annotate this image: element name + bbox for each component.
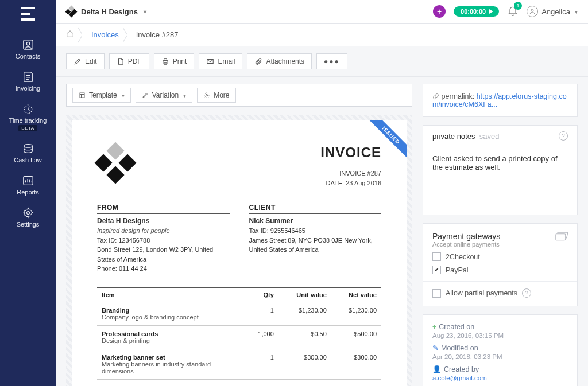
created-by-value[interactable]: a.cole@gmail.com <box>432 375 487 381</box>
notes-textarea[interactable]: Client asked to send a printed copy of t… <box>423 146 578 215</box>
from-heading: FROM <box>97 204 230 214</box>
allow-partial-payments[interactable]: Allow partial payments ? <box>432 288 568 298</box>
docmore-button[interactable]: More <box>197 88 235 103</box>
permalink-label: permalink: <box>441 92 474 100</box>
from-tagline: Inspired design for people <box>97 226 230 236</box>
svg-rect-11 <box>80 93 84 98</box>
org-switcher[interactable]: Delta H Designs ▾ <box>66 6 146 17</box>
sidebar-item-timetracking[interactable]: Time tracking BETA <box>0 98 56 137</box>
svg-rect-8 <box>164 59 167 61</box>
app-logo[interactable] <box>21 7 35 21</box>
print-icon <box>161 57 169 65</box>
permalink-card: permalink: https://app.elorus-staging.co… <box>423 84 578 117</box>
paperclip-icon <box>254 57 262 65</box>
col-item: Item <box>97 287 245 302</box>
gateway-paypal[interactable]: ✔PayPal <box>432 266 568 274</box>
sidebar-item-cashflow[interactable]: Cash flow <box>0 137 56 169</box>
item-net: $500.00 <box>331 325 381 349</box>
gateways-title: Payment gateways <box>432 232 500 241</box>
gear-icon <box>203 92 210 99</box>
pencil-icon <box>74 57 82 65</box>
doc-toolbar: Template▾ Variation▾ More <box>66 84 412 107</box>
cashflow-icon <box>22 143 34 154</box>
item-name: Professional cards <box>102 330 240 337</box>
notifications-button[interactable]: 1 <box>507 5 519 18</box>
svg-rect-4 <box>23 177 32 185</box>
more-button[interactable]: ●●● <box>316 53 347 69</box>
item-net: $300.00 <box>331 349 381 379</box>
pencil-icon: ✎ <box>432 344 439 352</box>
created-by-label: Created by <box>444 365 479 373</box>
invoice-number: INVOICE #287 <box>320 169 381 178</box>
gateway-label: PayPal <box>446 266 469 274</box>
pdf-button[interactable]: PDF <box>109 53 149 69</box>
beta-badge: BETA <box>18 125 37 131</box>
checkbox-icon: ✔ <box>432 266 441 274</box>
client-heading: CLIENT <box>249 204 382 214</box>
document-frame: ISSUED INVOICE INVOICE #287 DATE: 23 Aug… <box>66 115 412 386</box>
org-logo-icon <box>66 6 76 17</box>
reports-icon <box>22 175 34 186</box>
print-button[interactable]: Print <box>154 53 195 69</box>
attachments-button[interactable]: Attachments <box>247 53 312 69</box>
svg-point-12 <box>206 95 208 96</box>
item-name: Branding <box>102 307 240 314</box>
sidebar-label: Invoicing <box>0 85 56 92</box>
add-button[interactable]: + <box>433 5 446 18</box>
contacts-icon <box>22 39 34 50</box>
sidebar-item-reports[interactable]: Reports <box>0 169 56 201</box>
svg-rect-0 <box>23 40 32 49</box>
topbar: Delta H Designs ▾ + 00:00:00 1 Angelica … <box>56 0 588 24</box>
item-net: $1,230.00 <box>331 302 381 325</box>
invoice-document: ISSUED INVOICE INVOICE #287 DATE: 23 Aug… <box>72 120 407 386</box>
template-dropdown[interactable]: Template▾ <box>72 88 131 103</box>
btn-label: Email <box>218 57 235 65</box>
svg-point-3 <box>24 145 32 147</box>
client-address: James Street 89, NYC PO38 0JE New York, … <box>249 236 382 255</box>
breadcrumb-home[interactable] <box>66 30 74 40</box>
clock-icon <box>22 103 34 115</box>
col-net: Net value <box>331 287 381 302</box>
card-swipe-icon <box>555 232 568 243</box>
gateways-subtitle: Accept online payments <box>432 241 500 248</box>
client-tax: Tax ID: 9255546465 <box>249 226 382 236</box>
sidebar-label: Time tracking <box>0 117 56 124</box>
home-icon <box>66 30 74 38</box>
sidebar-item-contacts[interactable]: Contacts <box>0 33 56 65</box>
breadcrumb-invoices[interactable]: Invoices <box>91 30 119 39</box>
item-name: Marketing banner set <box>102 354 240 361</box>
payment-gateways-card: Payment gateways Accept online payments … <box>423 223 578 306</box>
from-phone: Phone: 011 44 24 <box>97 264 230 274</box>
item-unit: $0.50 <box>278 325 331 349</box>
email-button[interactable]: Email <box>199 53 242 69</box>
sidebar-item-settings[interactable]: Settings <box>0 201 56 233</box>
sidebar-label: Settings <box>0 221 56 228</box>
sidebar-label: Cash flow <box>0 157 56 163</box>
variation-dropdown[interactable]: Variation▾ <box>136 88 192 103</box>
plus-icon: + <box>432 323 436 331</box>
invoice-date: DATE: 23 Aug 2016 <box>320 178 381 188</box>
user-menu[interactable]: Angelica ▾ <box>527 6 578 17</box>
client-name: Nick Summer <box>249 216 382 226</box>
gateway-2checkout[interactable]: 2Checkout <box>432 252 568 261</box>
btn-label: More <box>214 91 229 99</box>
svg-point-5 <box>26 212 29 215</box>
pencil-icon <box>142 92 149 99</box>
help-icon[interactable]: ? <box>522 288 531 298</box>
checkbox-icon <box>432 289 441 298</box>
edit-button[interactable]: Edit <box>66 53 105 69</box>
crumb-separator <box>122 24 133 46</box>
line-items-table: Item Qty Unit value Net value BrandingCo… <box>97 287 381 380</box>
item-desc: Company logo & branding concept <box>102 314 240 321</box>
help-icon[interactable]: ? <box>559 131 568 141</box>
audit-card: +Created on Aug 23, 2016, 03:15 PM ✎Modi… <box>423 314 578 386</box>
timer-button[interactable]: 00:00:00 <box>454 6 499 17</box>
sidebar-label: Reports <box>0 189 56 196</box>
main-sidebar: Contacts Invoicing Time tracking BETA Ca… <box>0 0 56 386</box>
crumb-separator <box>78 24 88 46</box>
sidebar-item-invoicing[interactable]: Invoicing <box>0 65 56 98</box>
actionbar: Edit PDF Print Email Attachments ●●● <box>56 46 588 77</box>
item-qty: 1 <box>245 349 278 379</box>
company-logo <box>97 145 134 181</box>
gear-icon <box>22 207 34 219</box>
